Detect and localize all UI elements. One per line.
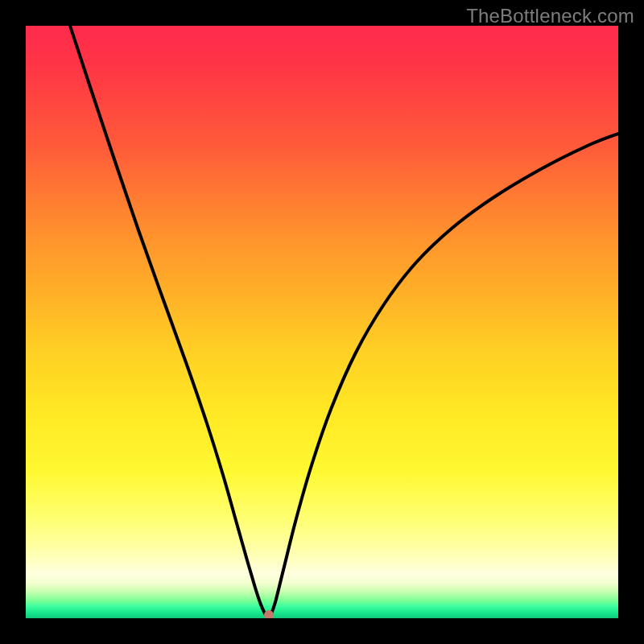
chart-frame: TheBottleneck.com xyxy=(0,0,644,644)
bottleneck-curve xyxy=(70,26,618,617)
curve-layer xyxy=(26,26,618,618)
watermark-text: TheBottleneck.com xyxy=(466,5,634,27)
plot-area xyxy=(26,26,618,618)
